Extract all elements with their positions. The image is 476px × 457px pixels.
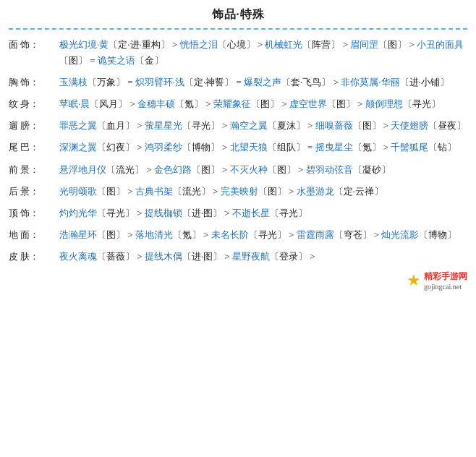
section-text: 夜火离魂〔蔷薇〕 > 提线木偶〔进·图〕 > 星野夜航〔登录〕 >	[59, 251, 315, 262]
label-text-foreground: 前 景：	[9, 164, 39, 175]
section-label-top: 顶 饰：	[9, 205, 59, 221]
label-text-skin: 皮 肤：	[9, 251, 39, 262]
sections-container: 面 饰：极光幻境·黄〔定·进·重构〕 > 恍悟之泪〔心境〕 > 机械虹光〔阵营〕…	[9, 37, 467, 265]
logo-sub: gojingcai.net	[424, 283, 467, 291]
section-content-tattoo: 苹眠·晨〔风月〕 > 金穗丰硕〔氪〕 > 荣耀象征〔图〕 > 虚空世界〔图〕 >…	[59, 96, 467, 112]
section-floor: 地 面：浩瀚星环〔图〕 > 落地清光〔氪〕 > 未名长阶〔寻光〕 > 雷霆雨露〔…	[9, 227, 467, 243]
section-text: 悬浮地月仪〔流光〕 > 金色幻路〔图〕 > 不灭火种〔图〕 > 碧羽动弦音〔凝砂…	[59, 164, 391, 175]
label-text-top: 顶 饰：	[9, 208, 39, 218]
label-text-floor: 地 面：	[9, 229, 39, 240]
section-label-tattoo: 纹 身：	[9, 96, 59, 112]
section-text: 罪恶之翼〔血月〕 > 萤星星光〔寻光〕 > 瀚空之翼〔夏沫〕 > 细嗅蔷薇〔图〕…	[59, 120, 466, 131]
section-text: 光明颂歌〔图〕 > 古典书架〔流光〕 > 完美映射〔图〕 > 水墨游龙〔定·云禅…	[59, 186, 383, 197]
logo-star-icon: ★	[407, 271, 421, 290]
section-label-skin: 皮 肤：	[9, 249, 59, 265]
page-title: 饰品·特殊	[9, 7, 467, 22]
section-background: 后 景：光明颂歌〔图〕 > 古典书架〔流光〕 > 完美映射〔图〕 > 水墨游龙〔…	[9, 184, 467, 200]
section-content-top: 灼灼光华〔寻光〕 > 提线枷锁〔进·图〕 > 不逝长星〔寻光〕	[59, 205, 467, 221]
section-content-wrist: 罪恶之翼〔血月〕 > 萤星星光〔寻光〕 > 瀚空之翼〔夏沫〕 > 细嗅蔷薇〔图〕…	[59, 118, 467, 134]
label-text-wrist: 遛 膀：	[9, 120, 39, 131]
section-label-floor: 地 面：	[9, 227, 59, 243]
section-face: 面 饰：极光幻境·黄〔定·进·重构〕 > 恍悟之泪〔心境〕 > 机械虹光〔阵营〕…	[9, 37, 467, 69]
section-label-face: 面 饰：	[9, 37, 59, 69]
divider	[9, 28, 467, 30]
section-skin: 皮 肤：夜火离魂〔蔷薇〕 > 提线木偶〔进·图〕 > 星野夜航〔登录〕 >	[9, 249, 467, 265]
section-text: 玉满枝〔万象〕 = 炽羽臂环·浅〔定·神誓〕 = 爆裂之声〔套·飞鸟〕 > 非你…	[59, 77, 449, 87]
section-text: 灼灼光华〔寻光〕 > 提线枷锁〔进·图〕 > 不逝长星〔寻光〕	[59, 208, 307, 218]
section-top: 顶 饰：灼灼光华〔寻光〕 > 提线枷锁〔进·图〕 > 不逝长星〔寻光〕	[9, 205, 467, 221]
footer-row: ★ 精彩手游网 gojingcai.net	[9, 270, 467, 291]
logo-text: 精彩手游网	[424, 270, 467, 283]
section-content-face: 极光幻境·黄〔定·进·重构〕 > 恍悟之泪〔心境〕 > 机械虹光〔阵营〕 > 眉…	[59, 37, 467, 69]
section-text: 苹眠·晨〔风月〕 > 金穗丰硕〔氪〕 > 荣耀象征〔图〕 > 虚空世界〔图〕 >…	[59, 98, 441, 109]
section-chest: 胸 饰：玉满枝〔万象〕 = 炽羽臂环·浅〔定·神誓〕 = 爆裂之声〔套·飞鸟〕 …	[9, 74, 467, 90]
section-content-tail: 深渊之翼〔幻夜〕 > 鸿羽柔纱〔博物〕 > 北望天狼〔组队〕 = 摇曳星尘〔氪〕…	[59, 140, 467, 155]
section-label-foreground: 前 景：	[9, 162, 59, 178]
label-text-tail: 尾 巴：	[9, 142, 39, 153]
label-text-background: 后 景：	[9, 186, 39, 197]
label-text-chest: 胸 饰：	[9, 77, 39, 87]
label-text-tattoo: 纹 身：	[9, 98, 39, 109]
section-wrist: 遛 膀：罪恶之翼〔血月〕 > 萤星星光〔寻光〕 > 瀚空之翼〔夏沫〕 > 细嗅蔷…	[9, 118, 467, 134]
section-content-chest: 玉满枝〔万象〕 = 炽羽臂环·浅〔定·神誓〕 = 爆裂之声〔套·飞鸟〕 > 非你…	[59, 74, 467, 90]
section-label-chest: 胸 饰：	[9, 74, 59, 90]
section-content-foreground: 悬浮地月仪〔流光〕 > 金色幻路〔图〕 > 不灭火种〔图〕 > 碧羽动弦音〔凝砂…	[59, 162, 467, 178]
section-content-skin: 夜火离魂〔蔷薇〕 > 提线木偶〔进·图〕 > 星野夜航〔登录〕 >	[59, 249, 467, 265]
section-text: 深渊之翼〔幻夜〕 > 鸿羽柔纱〔博物〕 > 北望天狼〔组队〕 = 摇曳星尘〔氪〕…	[59, 142, 456, 153]
label-text-face: 面 饰：	[9, 39, 39, 50]
section-foreground: 前 景：悬浮地月仪〔流光〕 > 金色幻路〔图〕 > 不灭火种〔图〕 > 碧羽动弦…	[9, 162, 467, 178]
section-content-floor: 浩瀚星环〔图〕 > 落地清光〔氪〕 > 未名长阶〔寻光〕 > 雷霆雨露〔穹苍〕 …	[59, 227, 467, 243]
section-label-tail: 尾 巴：	[9, 140, 59, 155]
section-label-wrist: 遛 膀：	[9, 118, 59, 134]
section-content-background: 光明颂歌〔图〕 > 古典书架〔流光〕 > 完美映射〔图〕 > 水墨游龙〔定·云禅…	[59, 184, 467, 200]
section-label-background: 后 景：	[9, 184, 59, 200]
page-container: 饰品·特殊 面 饰：极光幻境·黄〔定·进·重构〕 > 恍悟之泪〔心境〕 > 机械…	[0, 0, 476, 298]
section-text: 极光幻境·黄〔定·进·重构〕 > 恍悟之泪〔心境〕 > 机械虹光〔阵营〕 > 眉…	[59, 39, 464, 66]
section-tail: 尾 巴：深渊之翼〔幻夜〕 > 鸿羽柔纱〔博物〕 > 北望天狼〔组队〕 = 摇曳星…	[9, 140, 467, 155]
section-tattoo: 纹 身：苹眠·晨〔风月〕 > 金穗丰硕〔氪〕 > 荣耀象征〔图〕 > 虚空世界〔…	[9, 96, 467, 112]
section-text: 浩瀚星环〔图〕 > 落地清光〔氪〕 > 未名长阶〔寻光〕 > 雷霆雨露〔穹苍〕 …	[59, 229, 456, 240]
